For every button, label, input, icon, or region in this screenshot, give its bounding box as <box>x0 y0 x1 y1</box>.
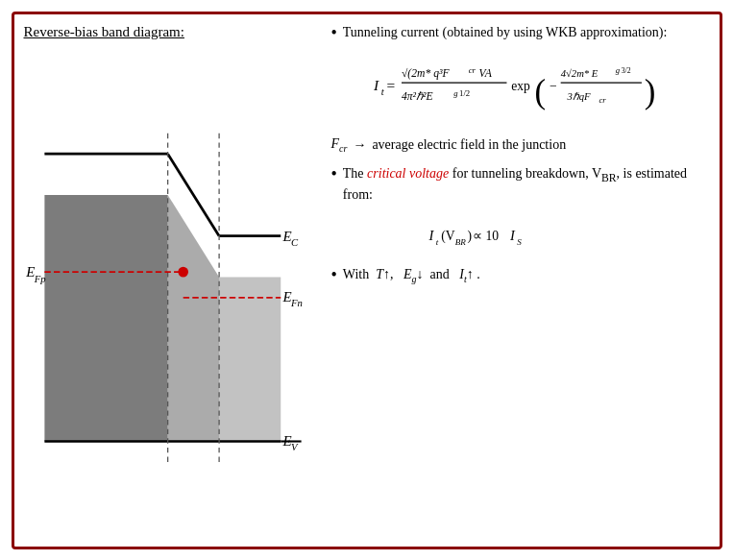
slide-container: Reverse-bias band diagram: <box>12 12 722 549</box>
svg-text:): ) <box>467 229 472 244</box>
svg-text:g: g <box>615 66 620 76</box>
svg-text:V: V <box>290 441 298 452</box>
svg-text:exp: exp <box>511 79 530 93</box>
bullet-dot-2: • <box>331 165 337 184</box>
svg-text:3ℏqF: 3ℏqF <box>566 91 591 102</box>
T-label: T <box>376 267 383 281</box>
It-label: It <box>459 267 466 281</box>
diagram-title: Reverse-bias band diagram: <box>24 24 322 40</box>
svg-text:4√2m* E: 4√2m* E <box>560 69 598 80</box>
svg-marker-0 <box>44 194 167 441</box>
formula-2-container: I t (V BR ) ∝ 10 I S <box>331 216 710 255</box>
svg-text:3/2: 3/2 <box>621 66 630 75</box>
svg-text:I: I <box>428 228 434 243</box>
formula-2-svg: I t (V BR ) ∝ 10 I S <box>425 216 617 255</box>
svg-text:√(2m* q³F: √(2m* q³F <box>402 68 450 81</box>
svg-text:(V: (V <box>441 229 455 244</box>
formula-1-svg: I t = √(2m* q³F cr VA 4π²ℏ²E g 1/2 exp (… <box>372 54 670 121</box>
svg-text:∝ 10: ∝ 10 <box>473 229 499 243</box>
bullet-dot-3: • <box>331 266 337 285</box>
svg-text:): ) <box>644 74 655 111</box>
fcr-line: Fcr → average electric field in the junc… <box>331 136 710 154</box>
bullet-1-text: Tunneling current (obtained by using WKB… <box>343 24 668 42</box>
svg-text:t: t <box>380 86 384 97</box>
formula-1-container: I t = √(2m* q³F cr VA 4π²ℏ²E g 1/2 exp (… <box>331 54 710 121</box>
svg-text:Fp: Fp <box>33 272 46 283</box>
band-diagram-svg: E Fp E Fn E C E V <box>24 48 322 537</box>
svg-marker-1 <box>167 194 218 441</box>
svg-text:1/2: 1/2 <box>459 88 470 98</box>
fcr-label: Fcr <box>331 136 348 154</box>
svg-point-14 <box>178 266 188 277</box>
right-panel: • Tunneling current (obtained by using W… <box>331 24 710 537</box>
svg-text:g: g <box>453 88 458 98</box>
fcr-arrow: → <box>353 137 366 153</box>
svg-text:VA: VA <box>478 68 492 81</box>
svg-text:BR: BR <box>454 237 466 247</box>
svg-text:=: = <box>386 77 395 93</box>
svg-text:Fn: Fn <box>289 297 302 308</box>
diagram-area: E Fp E Fn E C E V <box>24 48 322 537</box>
bullet-1: • Tunneling current (obtained by using W… <box>331 24 710 43</box>
svg-text:S: S <box>517 237 522 247</box>
svg-text:(: ( <box>534 74 546 111</box>
svg-text:I: I <box>509 228 516 243</box>
svg-text:t: t <box>435 237 438 247</box>
bullet-2-text: The critical voltage for tunneling break… <box>343 165 710 204</box>
bullet-dot-1: • <box>331 24 337 43</box>
left-panel: Reverse-bias band diagram: <box>24 24 322 537</box>
critical-voltage-text: critical voltage <box>367 166 449 181</box>
svg-marker-2 <box>219 277 281 441</box>
vbr-sub: BR <box>601 172 617 184</box>
svg-text:cr: cr <box>468 66 476 76</box>
fcr-desc: average electric field in the junction <box>372 137 566 153</box>
bullet-3: • With T↑, Eg↓ and It↑ . <box>331 266 710 285</box>
bullet-3-text: With T↑, Eg↓ and It↑ . <box>343 266 480 285</box>
Eg-label: Eg <box>403 267 417 281</box>
svg-text:I: I <box>372 77 379 93</box>
svg-text:C: C <box>290 236 298 248</box>
bullet-2: • The critical voltage for tunneling bre… <box>331 165 710 204</box>
svg-text:−: − <box>550 79 557 93</box>
svg-text:4π²ℏ²E: 4π²ℏ²E <box>402 90 433 103</box>
svg-text:cr: cr <box>599 96 606 106</box>
